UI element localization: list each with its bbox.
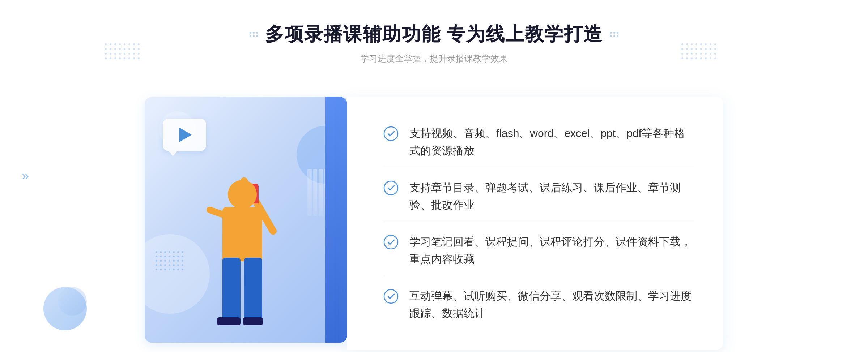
- title-deco-left: [250, 32, 258, 37]
- feature-item-2: 支持章节目录、弹题考试、课后练习、课后作业、章节测验、批改作业: [383, 172, 694, 221]
- feature-text-2: 支持章节目录、弹题考试、课后练习、课后作业、章节测验、批改作业: [409, 179, 694, 214]
- svg-point-0: [384, 127, 398, 141]
- page-container: » 多项录播课辅助功能 专为线上教学打造 学习进度全掌握，提升录播课教学效果: [0, 0, 868, 352]
- person-leg-right: [244, 258, 262, 323]
- svg-point-1: [384, 181, 398, 195]
- person-head: [228, 180, 257, 209]
- check-icon-2: [383, 180, 399, 196]
- play-bubble-tail: [169, 151, 177, 156]
- feature-text-4: 互动弹幕、试听购买、微信分享、观看次数限制、学习进度跟踪、数据统计: [409, 287, 694, 322]
- illus-dots-decoration: [156, 251, 183, 270]
- deco-circle-2: [58, 287, 87, 316]
- person-illustration: [181, 151, 289, 343]
- play-icon: [179, 128, 192, 142]
- illustration-panel: [145, 97, 347, 343]
- arrow-left-icon: »: [22, 168, 29, 184]
- play-bubble-bg: [163, 119, 206, 151]
- check-icon-4: [383, 289, 399, 304]
- play-bubble: [163, 119, 206, 155]
- person-foot-right: [243, 317, 263, 325]
- page-title: 多项录播课辅助功能 专为线上教学打造: [265, 22, 603, 47]
- feature-item-3: 学习笔记回看、课程提问、课程评论打分、课件资料下载，重点内容收藏: [383, 226, 694, 275]
- content-panel: 支持视频、音频、flash、word、excel、ppt、pdf等各种格式的资源…: [347, 97, 723, 350]
- dots-decoration-top-right: [681, 43, 716, 59]
- check-icon-3: [383, 235, 399, 250]
- feature-item-1: 支持视频、音频、flash、word、excel、ppt、pdf等各种格式的资源…: [383, 117, 694, 167]
- title-row: 多项录播课辅助功能 专为线上教学打造: [250, 22, 618, 47]
- person-body: [222, 207, 262, 261]
- page-subtitle: 学习进度全掌握，提升录播课教学效果: [250, 53, 618, 64]
- dots-decoration-top-left: [105, 43, 140, 59]
- feature-text-3: 学习笔记回看、课程提问、课程评论打分、课件资料下载，重点内容收藏: [409, 233, 694, 268]
- svg-point-2: [384, 235, 398, 249]
- blue-bar-accent: [326, 97, 347, 343]
- page-header: 多项录播课辅助功能 专为线上教学打造 学习进度全掌握，提升录播课教学效果: [250, 22, 618, 64]
- svg-point-3: [384, 289, 398, 303]
- person-foot-left: [217, 317, 241, 325]
- feature-text-1: 支持视频、音频、flash、word、excel、ppt、pdf等各种格式的资源…: [409, 125, 694, 159]
- person-leg-left: [222, 258, 241, 323]
- title-deco-right: [610, 32, 618, 37]
- main-content: 支持视频、音频、flash、word、excel、ppt、pdf等各种格式的资源…: [145, 82, 723, 350]
- feature-item-4: 互动弹幕、试听购买、微信分享、观看次数限制、学习进度跟踪、数据统计: [383, 280, 694, 329]
- check-icon-1: [383, 126, 399, 141]
